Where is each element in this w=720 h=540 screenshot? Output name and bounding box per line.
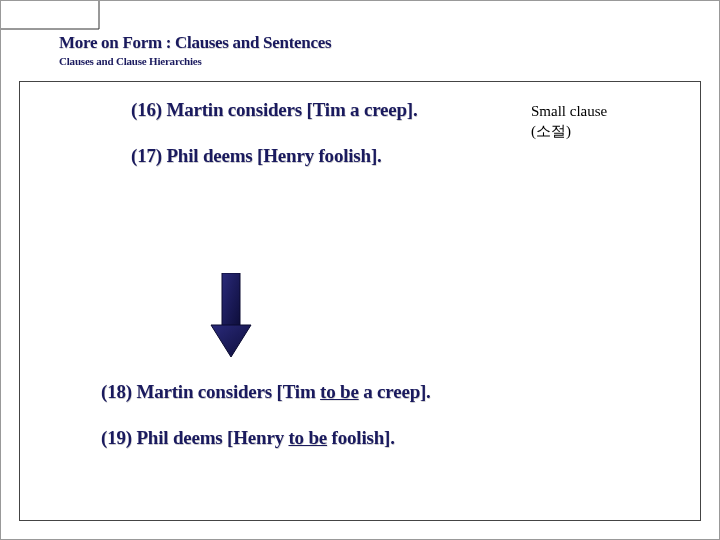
example-17: (17) Phil deems [Henry foolish]. xyxy=(131,145,418,167)
example-18-pre: (18) Martin considers [Tim xyxy=(101,381,320,402)
slide-header: More on Form : Clauses and Sentences Cla… xyxy=(59,33,331,67)
example-18-underline: to be xyxy=(320,381,359,402)
annotation-line2: (소절) xyxy=(531,121,607,141)
examples-top-group: (16) Martin considers [Tim a creep]. (17… xyxy=(131,99,418,191)
down-arrow-icon xyxy=(209,273,253,363)
example-18-post: a creep]. xyxy=(359,381,431,402)
example-18: (18) Martin considers [Tim to be a creep… xyxy=(101,381,431,403)
slide-container: More on Form : Clauses and Sentences Cla… xyxy=(0,0,720,540)
example-16: (16) Martin considers [Tim a creep]. xyxy=(131,99,418,121)
annotation-line1: Small clause xyxy=(531,101,607,121)
svg-marker-3 xyxy=(211,325,251,357)
examples-bottom-group: (18) Martin considers [Tim to be a creep… xyxy=(101,381,431,473)
annotation-small-clause: Small clause (소절) xyxy=(531,101,607,142)
slide-title: More on Form : Clauses and Sentences xyxy=(59,33,331,53)
svg-rect-2 xyxy=(222,273,240,327)
example-19-underline: to be xyxy=(288,427,327,448)
slide-subtitle: Clauses and Clause Hierarchies xyxy=(59,55,331,67)
example-19: (19) Phil deems [Henry to be foolish]. xyxy=(101,427,431,449)
example-19-pre: (19) Phil deems [Henry xyxy=(101,427,288,448)
example-19-post: foolish]. xyxy=(327,427,395,448)
